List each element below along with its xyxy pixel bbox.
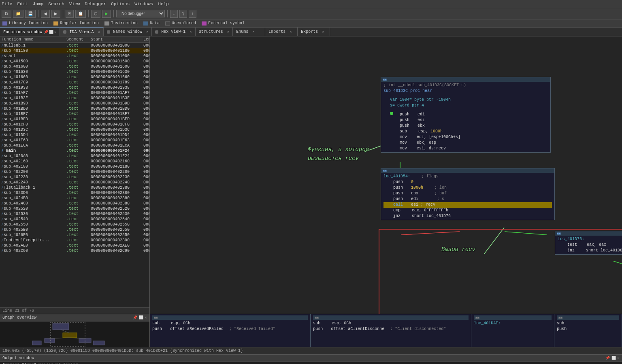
table-row[interactable]: 𝑓 sub_401600 .text 0000000000401600 0000… <box>0 64 149 69</box>
table-row[interactable]: 𝑓 sub_401660 .text 0000000000401660 0000… <box>0 75 149 80</box>
tab-names-window[interactable]: Names window ✕ <box>104 28 152 36</box>
table-row[interactable]: 𝑓 sub_402160 .text 0000000000402160 0000… <box>0 159 149 164</box>
table-row[interactable]: 𝑓 TlsCallback_1 .text 0000000000402380 0… <box>0 185 149 190</box>
table-row[interactable]: 𝑓 sub_401630 .text 0000000000401630 0000… <box>0 69 149 75</box>
table-row[interactable]: 𝑓 sub_401E63 .text 0000000000401E63 0000… <box>0 138 149 143</box>
table-row[interactable]: 𝑓 sub_4024C0 .text 0000000000402380 0000… <box>0 201 149 206</box>
toolbar-back[interactable]: ◀ <box>41 10 50 18</box>
code-block-main-entry[interactable]: ▣▣ ; int __cdecl sub_401D3C(SOCKET s) su… <box>381 77 551 153</box>
code-block-loc401d76[interactable]: ▣▣ loc_401D76: testeax, eax jnzshort loc… <box>555 231 622 255</box>
tab-hex-view-1[interactable]: Hex View-1 ✕ <box>152 28 195 36</box>
toolbar-open[interactable]: 📁 <box>13 10 23 18</box>
functions-close-icon[interactable]: ✕ <box>54 30 56 34</box>
tab-exports[interactable]: Exports ✕ <box>298 28 330 36</box>
table-row[interactable]: 𝑓 sub_4023D0 .text 0000000000402380 0000… <box>0 190 149 196</box>
functions-float-icon[interactable]: ⬜ <box>49 30 53 34</box>
toolbar-step-out[interactable]: ↑ <box>189 10 196 18</box>
table-row[interactable]: 𝑓 sub_401180 .text 0000000000401180 0000… <box>0 48 149 53</box>
table-row[interactable]: 𝑓 _main .text 0000000000401F24 00000175 <box>0 148 149 153</box>
table-row[interactable]: 𝑓 sub_402240 .text 0000000000402240 0000… <box>0 180 149 185</box>
toolbar-step-over[interactable]: ⤵ <box>179 10 187 18</box>
table-row[interactable]: 𝑓 sub_401DD4 .text 0000000000401DD4 0000… <box>0 132 149 138</box>
tab-imports[interactable]: Imports ✕ <box>265 28 298 36</box>
toolbar-new[interactable]: 🗋 <box>2 10 11 18</box>
tab-structures-close[interactable]: ✕ <box>227 30 229 34</box>
tab-enums-close[interactable]: ✕ <box>252 30 254 34</box>
table-row[interactable]: 𝑓 sub_402180 .text 0000000000402180 0000… <box>0 164 149 169</box>
table-row[interactable]: 𝑓 sub_401BD0 .text 0000000000401BD0 0000… <box>0 106 149 111</box>
toolbar-run[interactable]: ▶ <box>102 10 111 18</box>
tab-exports-close[interactable]: ✕ <box>322 30 324 34</box>
table-row[interactable]: 𝑓 sub_4026F0 .text 0000000000402550 0000… <box>0 232 149 238</box>
table-row[interactable]: 𝑓 sub_402540 .text 0000000000402540 0000… <box>0 217 149 222</box>
menu-debugger[interactable]: Debugger <box>85 2 106 6</box>
code-line: pushedi <box>383 112 548 117</box>
menu-help[interactable]: Help <box>158 2 168 6</box>
functions-list[interactable]: 𝑓 nullsub_1 .text 0000000000401000 00000… <box>0 43 149 306</box>
table-row[interactable]: 𝑓 sub_401938 .text 0000000000401938 0000… <box>0 85 149 90</box>
graph-overview-pin[interactable]: 📌 <box>133 315 137 320</box>
tab-functions-window[interactable]: Functions window 📌 ⬜ ✕ <box>0 28 60 36</box>
table-row[interactable]: 𝑓 sub_402200 .text 0000000000402200 0000… <box>0 169 149 175</box>
tab-ida-view-a[interactable]: IDA View-A ✕ <box>60 28 103 36</box>
bottom-block-4[interactable]: ▣▣ sub push <box>554 314 622 347</box>
table-row[interactable]: 𝑓 sub_401BFD .text 0000000000401BFD 0000… <box>0 117 149 122</box>
functions-pin-icon[interactable]: 📌 <box>44 30 48 34</box>
toolbar-save[interactable]: 💾 <box>25 10 36 18</box>
table-row[interactable]: 𝑓 sub_401CF0 .text 0000000000401CF0 0000… <box>0 122 149 127</box>
table-row[interactable]: 𝑓 start .text 0000000000401000 0000001A <box>0 53 149 59</box>
table-row[interactable]: 𝑓 sub_402530 .text 0000000000402530 0000… <box>0 211 149 217</box>
table-row[interactable]: 𝑓 sub_4020A0 .text 0000000000401F24 0000… <box>0 153 149 159</box>
toolbar-hex[interactable]: ⬡ <box>91 10 100 18</box>
table-row[interactable]: 𝑓 sub_4025B0 .text 0000000000402550 0000… <box>0 227 149 232</box>
toolbar-paste[interactable]: 📋 <box>75 10 86 18</box>
table-row[interactable]: 𝑓 sub_402C90 .text 0000000000402C90 0000… <box>0 248 149 253</box>
table-row[interactable]: 𝑓 sub_401BF7 .text 0000000000401BF7 0000… <box>0 111 149 117</box>
table-row[interactable]: 𝑓 sub_401500 .text 0000000000401500 0000… <box>0 59 149 64</box>
tab-imports-close[interactable]: ✕ <box>290 30 292 34</box>
output-win-close[interactable]: ✕ <box>618 356 620 360</box>
tab-hex-view-1-close[interactable]: ✕ <box>190 30 192 34</box>
table-row[interactable]: 𝑓 sub_401789 .text 0000000000401789 0000… <box>0 80 149 85</box>
table-row[interactable]: 𝑓 sub_402520 .text 0000000000402520 0000… <box>0 206 149 211</box>
toolbar-step-into[interactable]: ↓ <box>170 10 178 18</box>
table-row[interactable]: 𝑓 sub_401B9D .text 0000000000401B9D 0000… <box>0 101 149 106</box>
toolbar-forward[interactable]: ▶ <box>51 10 60 18</box>
graph-view[interactable]: ▣▣ ; int __cdecl sub_401D3C(SOCKET s) su… <box>150 36 622 314</box>
debugger-dropdown[interactable]: No debugger <box>116 10 165 17</box>
table-row[interactable]: 𝑓 TopLevelExceptio... .text 000000000040… <box>0 238 149 243</box>
tab-ida-view-a-close[interactable]: ✕ <box>98 30 100 34</box>
table-row[interactable]: 𝑓 sub_402AE0 .text 0000000000402AE0 0000… <box>0 243 149 248</box>
table-row[interactable]: 𝑓 sub_4024B0 .text 0000000000402380 0000… <box>0 196 149 201</box>
svg-line-3 <box>401 232 460 235</box>
code-block-recv[interactable]: ▣▣ loc_401D54:; flags push0 push1000h; l… <box>381 168 555 220</box>
menu-search[interactable]: Search <box>48 2 64 6</box>
tab-enums[interactable]: Enums ✕ <box>233 28 265 36</box>
menu-options[interactable]: Options <box>111 2 130 6</box>
output-win-float[interactable]: ⬜ <box>611 356 616 360</box>
menu-jump[interactable]: Jump <box>33 2 43 6</box>
table-row[interactable]: 𝑓 sub_401ECA .text 0000000000401ECA 0000… <box>0 143 149 148</box>
table-row[interactable]: 𝑓 sub_402550 .text 0000000000402550 0000… <box>0 222 149 227</box>
graph-overview-close[interactable]: ✕ <box>145 315 147 320</box>
output-win-pin[interactable]: 📌 <box>605 356 610 360</box>
tab-names-window-close[interactable]: ✕ <box>146 30 148 34</box>
code-block-1-content: ; int __cdecl sub_401D3C(SOCKET s) sub_4… <box>381 82 550 152</box>
menu-file[interactable]: File <box>2 2 12 6</box>
table-row[interactable]: 𝑓 nullsub_1 .text 0000000000401000 00000… <box>0 43 149 48</box>
bottom-block-1[interactable]: ▣▣ subesp, 0Ch pushoffset aReceivedFaile… <box>150 314 311 347</box>
bottom-block-3[interactable]: ▣▣ loc_401DAE: <box>471 314 554 347</box>
table-row[interactable]: 𝑓 sub_401D3C .text 0000000000401D3C 0000… <box>0 127 149 132</box>
menu-view[interactable]: View <box>69 2 80 6</box>
table-row[interactable]: 𝑓 sub_401B3F .text 0000000000401B3F 0000… <box>0 96 149 101</box>
table-row[interactable]: 𝑓 sub_402230 .text 0000000000402230 0000… <box>0 175 149 180</box>
bottom-block-2[interactable]: ▣▣ subesp, 0Ch pushoffset aClientDisconn… <box>311 314 471 347</box>
graph-overview-float[interactable]: ⬜ <box>139 315 143 320</box>
ida-graph-view[interactable]: ▣▣ ; int __cdecl sub_401D3C(SOCKET s) su… <box>150 36 622 314</box>
graph-overview-content[interactable] <box>0 321 149 347</box>
tab-structures[interactable]: Structures ✕ <box>196 28 233 36</box>
menu-windows[interactable]: Windows <box>134 2 153 6</box>
toolbar-copy[interactable]: ⎘ <box>66 10 74 18</box>
menu-edit[interactable]: Edit <box>17 2 28 6</box>
table-row[interactable]: 𝑓 sub_401AF7 .text 0000000000401AF7 0000… <box>0 90 149 96</box>
